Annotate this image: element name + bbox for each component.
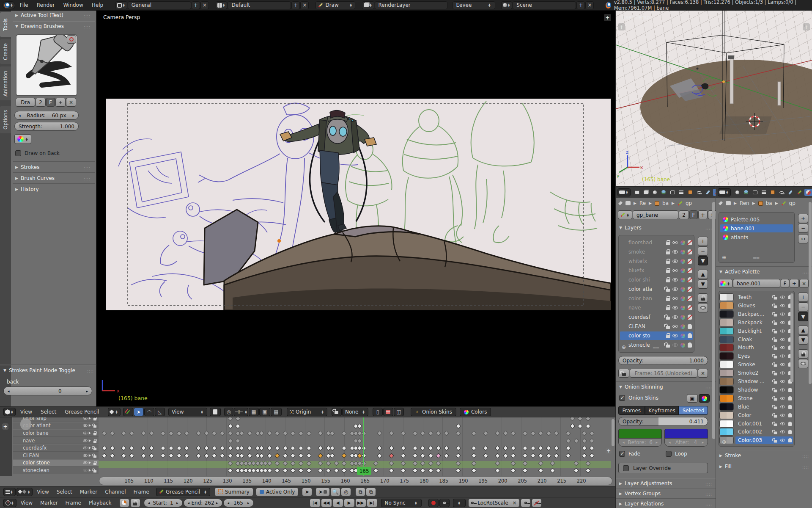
keyframe[interactable] [522,453,528,458]
blend-icon[interactable] [680,287,685,292]
brush-name-field[interactable]: Dra [16,98,35,107]
speaker-icon[interactable] [89,461,92,464]
blend-icon[interactable] [680,315,685,320]
panel-grip[interactable]: :::: [84,25,91,29]
color-swatch[interactable] [719,361,734,368]
keyframe[interactable] [436,468,442,473]
lock-icon[interactable] [666,298,670,301]
onion-skin-icon[interactable] [688,305,692,310]
palette-color-row[interactable]: Backpack [735,319,793,326]
viewlayer-crumb[interactable]: Ren [740,200,749,206]
keyframe[interactable] [377,453,382,458]
channel-add-icon[interactable]: + [2,423,8,430]
manipulator-axes-button[interactable] [123,408,133,416]
editor-type-button[interactable]: ▲▼ [718,188,731,196]
keyframe[interactable] [412,453,418,458]
lock-icon[interactable] [666,326,670,329]
blend-icon[interactable] [680,278,685,282]
onion-skin-icon[interactable] [688,315,692,320]
blend-icon[interactable] [680,334,685,338]
workspace-close-button[interactable]: × [200,1,209,9]
panel-grip[interactable]: :::: [84,14,91,18]
blend-icon[interactable] [680,259,685,264]
keyframe[interactable] [420,468,425,473]
keyframe[interactable] [341,453,347,458]
curve-edit-button[interactable]: ◠ [144,408,154,416]
object-crumb[interactable]: ba [662,200,669,206]
eye-icon[interactable] [672,334,678,337]
onion-mode-frames[interactable]: Frames [618,406,645,415]
keyframe[interactable] [168,431,174,436]
lock-icon[interactable] [666,317,670,320]
keyframe[interactable] [546,431,551,436]
color-swatch[interactable] [719,386,734,394]
back-slider[interactable]: ◂0▸ [3,387,92,395]
keyframe[interactable] [377,446,382,451]
keyframe[interactable] [550,468,555,473]
keyframe[interactable] [428,431,433,436]
brush-fake-user-button[interactable]: F [46,98,55,107]
palette-color-row[interactable]: Shadow [735,386,793,394]
lock-icon[interactable] [93,418,96,420]
menu-window[interactable]: Window [59,0,87,11]
eye-icon[interactable] [672,269,678,272]
gp-add-button[interactable]: + [698,210,708,219]
keyframe[interactable] [554,431,560,436]
palette-unlink-button[interactable]: × [799,279,809,288]
eye-icon[interactable] [780,338,785,341]
keyframe[interactable] [530,431,536,436]
keyframe[interactable] [259,446,264,451]
guide-button[interactable]: ◫ [394,408,404,416]
keyframe[interactable] [522,431,528,436]
onion-render-button[interactable]: ▣ [687,394,698,403]
keyframe[interactable] [228,438,233,444]
eye-icon[interactable] [780,380,785,383]
colors-toggle[interactable]: Colors [460,408,491,416]
lock-icon[interactable] [774,440,777,443]
palette-row[interactable]: Palette.005 [720,215,793,224]
lock-icon[interactable] [666,242,670,245]
keyframe[interactable] [538,446,543,451]
ruler-tick-label[interactable]: 220 [575,478,588,484]
eye-icon[interactable] [672,241,678,244]
ruler-tick-label[interactable]: 180 [418,478,431,484]
tab-create[interactable]: Create [0,39,11,64]
user-viewport[interactable]: z x y User Persp (165) bane + + [615,11,812,186]
keyframe[interactable] [546,446,551,451]
keyframe[interactable] [176,453,182,458]
keyframe[interactable] [589,453,595,458]
palette-color-row[interactable]: Blue [735,403,793,411]
keyframe[interactable] [589,431,595,436]
keyframe[interactable] [401,431,406,436]
keyframe[interactable] [110,453,115,458]
keyframe[interactable] [141,453,146,458]
keyframe[interactable] [161,446,166,451]
color-swatch[interactable] [719,411,734,419]
layer-lock-all-button[interactable] [698,293,708,303]
region-toggle-icon[interactable]: + [618,23,625,30]
data-crumb[interactable]: gp [789,200,796,206]
layer-row[interactable]: nave [620,304,693,312]
tab-output-icon[interactable] [751,189,759,196]
keyframe[interactable] [582,453,587,458]
eye-icon[interactable] [83,439,87,442]
keyframe[interactable] [334,468,339,473]
keyframe[interactable] [102,453,107,458]
dope-channel-row[interactable]: stoneclean [13,467,99,474]
tab-world-icon[interactable] [742,189,750,196]
keyframe[interactable] [565,446,571,451]
layer-row[interactable]: smoke [620,248,693,256]
keyframe[interactable] [538,453,543,458]
start-frame-field[interactable]: ◂Start:1▸ [144,499,183,507]
menu-file[interactable]: File [16,0,32,11]
onion-skin-icon[interactable] [788,413,792,417]
keyframe[interactable] [290,446,296,451]
keyframe[interactable] [483,431,488,436]
keyframe[interactable] [357,423,363,429]
keyframe[interactable] [585,468,591,473]
keyframe[interactable] [219,446,225,451]
eye-icon[interactable] [780,346,785,349]
lock-icon[interactable] [774,356,777,359]
panel-strokes[interactable]: ▶Strokes [15,164,39,170]
keyframe[interactable] [239,446,245,451]
